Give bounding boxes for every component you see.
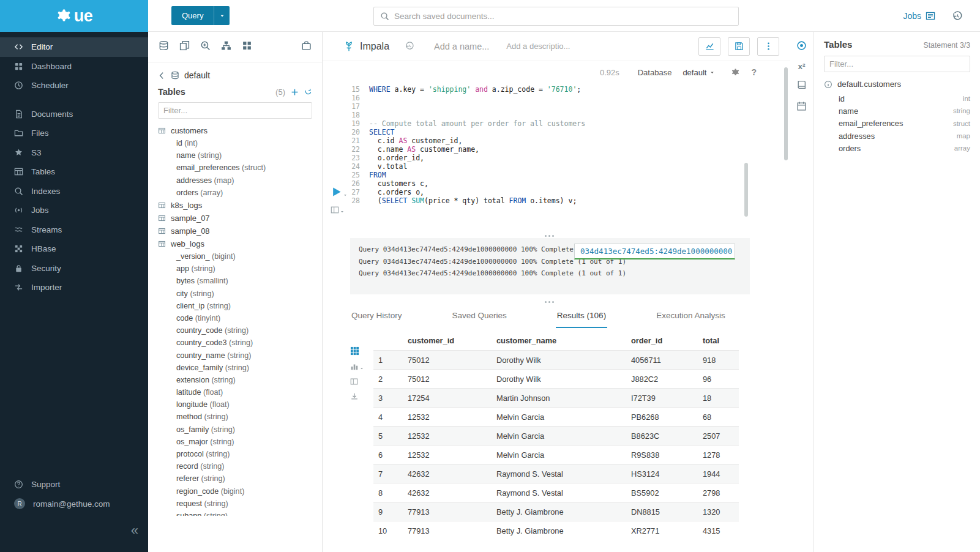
right-assist-filter-input[interactable] (824, 56, 970, 72)
table-column-item[interactable]: method (string) (158, 411, 322, 423)
query-history-icon[interactable] (405, 42, 414, 51)
query-id-selection[interactable]: 034d413ec7474ed5:4249de1000000000 (574, 244, 735, 259)
new-query-button[interactable]: Query (171, 6, 230, 25)
columns-view-button[interactable] (350, 378, 358, 386)
table-column-item[interactable]: orders (array) (158, 187, 322, 199)
table-column-item[interactable]: request (string) (158, 498, 322, 510)
column-header[interactable]: customer_id (403, 333, 492, 351)
more-actions-button[interactable] (757, 37, 779, 56)
refresh-tables-icon[interactable] (304, 88, 312, 96)
search-input[interactable] (394, 12, 738, 21)
sidebar-collapse-button[interactable]: « (131, 524, 138, 537)
search-plus-icon[interactable] (200, 40, 211, 53)
result-row[interactable]: 175012Dorothy Wilk4056711918 (373, 351, 739, 370)
sidebar-item-files[interactable]: Files (0, 124, 148, 143)
result-row[interactable]: 742632Raymond S. VestalHS31241944 (373, 464, 739, 483)
grid-view-button[interactable] (350, 346, 359, 356)
tab-execution-analysis[interactable]: Execution Analysis (655, 308, 727, 328)
column-header[interactable]: customer_name (492, 333, 626, 351)
back-chevron-icon[interactable] (158, 72, 166, 80)
bag-icon[interactable] (301, 40, 312, 53)
table-tree-item[interactable]: sample_07 (158, 212, 322, 225)
sidebar-item-documents[interactable]: Documents (0, 105, 148, 124)
add-table-icon[interactable] (291, 88, 299, 96)
table-column-item[interactable]: subapp (string) (158, 510, 322, 516)
sidebar-item-streams[interactable]: Streams (0, 220, 148, 240)
editor-scrollbar[interactable] (744, 163, 748, 217)
database-name[interactable]: default (184, 70, 210, 80)
table-column-item[interactable]: email_preferences (struct) (158, 162, 322, 174)
help-button[interactable]: ? (751, 67, 757, 77)
sidebar-item-dashboard[interactable]: Dashboard (0, 57, 148, 76)
sidebar-item-jobs[interactable]: Jobs (0, 201, 148, 220)
execute-button[interactable] (331, 186, 348, 198)
table-column-item[interactable]: device_family (string) (158, 362, 322, 374)
sidebar-item-importer[interactable]: Importer (0, 278, 148, 297)
database-select[interactable]: default (683, 68, 715, 77)
table-tree-item[interactable]: k8s_logs (158, 199, 322, 212)
table-column-item[interactable]: country_code (string) (158, 324, 322, 337)
table-column-item[interactable]: country_code3 (string) (158, 337, 322, 349)
assist-column-item[interactable]: email_preferencesstruct (824, 117, 970, 130)
tab-saved-queries[interactable]: Saved Queries (451, 308, 508, 328)
sidebar-item-support[interactable]: Support (0, 475, 148, 494)
sitemap-icon[interactable] (221, 40, 231, 53)
table-column-item[interactable]: protocol (string) (158, 448, 322, 460)
table-tree-item[interactable]: web_logs (158, 237, 322, 250)
engine-selector[interactable]: Impala (343, 41, 389, 52)
tables-filter-input[interactable] (158, 102, 312, 119)
table-column-item[interactable]: bytes (smallint) (158, 275, 322, 287)
table-column-item[interactable]: code (tinyint) (158, 312, 322, 324)
database-icon[interactable] (159, 40, 169, 53)
result-row[interactable]: 977913Betty J. GiambroneDN88151320 (373, 502, 739, 521)
sidebar-item-s3[interactable]: S3 (0, 143, 148, 163)
pane-resize-handle[interactable] (531, 296, 567, 307)
language-reference-icon[interactable] (796, 80, 807, 92)
active-table-item[interactable]: default.customers (824, 80, 970, 89)
chart-button[interactable] (698, 37, 720, 56)
assist-column-item[interactable]: addressesmap (824, 130, 970, 142)
grid-icon[interactable] (242, 40, 252, 53)
sidebar-user[interactable]: R romain@gethue.com (0, 494, 148, 514)
sidebar-item-scheduler[interactable]: Scheduler (0, 76, 148, 95)
table-column-item[interactable]: extension (string) (158, 374, 322, 386)
schedule-icon[interactable] (796, 101, 807, 114)
sidebar-item-hbase[interactable]: HBase (0, 239, 148, 259)
main-scrollbar[interactable] (784, 67, 788, 160)
tab-results-106[interactable]: Results (106) (556, 308, 607, 328)
tab-query-history[interactable]: Query History (350, 308, 403, 328)
table-column-item[interactable]: app (string) (158, 263, 322, 275)
sidebar-item-security[interactable]: Security (0, 259, 148, 278)
sql-editor[interactable]: 1516171819202122232425262728 WHERE a.key… (349, 85, 747, 223)
copy-icon[interactable] (179, 40, 190, 53)
result-row[interactable]: 1077913Betty J. GiambroneXR27714315 (373, 521, 739, 540)
table-column-item[interactable]: record (string) (158, 460, 322, 472)
table-column-item[interactable]: _version_ (bigint) (158, 250, 322, 263)
column-header[interactable]: total (698, 333, 739, 351)
table-tree-item[interactable]: sample_08 (158, 225, 322, 237)
table-column-item[interactable]: region_code (bigint) (158, 485, 322, 498)
table-column-item[interactable]: country_name (string) (158, 349, 322, 361)
result-row[interactable]: 512532Melvin GarciaB8623C2507 (373, 427, 739, 446)
query-button-caret[interactable] (214, 6, 230, 25)
table-tree-item[interactable]: customers (158, 124, 322, 137)
sidebar-item-editor[interactable]: Editor (0, 37, 148, 57)
snippet-settings-button[interactable] (331, 206, 345, 214)
sidebar-item-tables[interactable]: Tables (0, 162, 148, 182)
query-description-field[interactable]: Add a descriptio... (506, 42, 570, 51)
result-row[interactable]: 842632Raymond S. VestalBS59022798 (373, 483, 739, 502)
table-column-item[interactable]: client_ip (string) (158, 300, 322, 312)
history-icon[interactable] (952, 11, 963, 21)
result-row[interactable]: 412532Melvin GarciaPB626868 (373, 408, 739, 427)
assist-column-item[interactable]: namestring (824, 105, 970, 117)
sidebar-item-indexes[interactable]: Indexes (0, 182, 148, 201)
info-icon[interactable] (824, 80, 832, 89)
result-row[interactable]: 317254Martin JohnsonI72T3918 (373, 389, 739, 408)
chart-view-button[interactable] (350, 362, 364, 371)
download-results-button[interactable] (350, 392, 359, 401)
table-column-item[interactable]: longitude (float) (158, 398, 322, 411)
sql-code[interactable]: WHERE a.key = 'shipping' and a.zip_code … (364, 85, 747, 223)
hue-logo[interactable]: ue (0, 0, 148, 32)
assist-column-item[interactable]: idint (824, 92, 970, 105)
assist-column-item[interactable]: ordersarray (824, 142, 970, 154)
